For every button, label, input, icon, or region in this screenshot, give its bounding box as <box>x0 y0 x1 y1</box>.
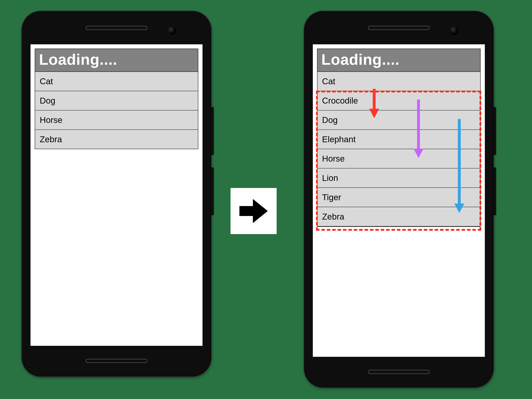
app-list-before: Loading.... Cat Dog Horse Zebra <box>35 49 198 149</box>
list-item[interactable]: Cat <box>317 72 480 91</box>
phone-speaker <box>86 359 147 363</box>
phone-side-button <box>493 167 496 215</box>
phone-speaker <box>368 370 430 374</box>
list-item[interactable]: Dog <box>317 110 480 130</box>
transition-arrow-box <box>231 188 277 234</box>
phone-after: Loading.... Cat Crocodile Dog Elephant H… <box>304 11 494 388</box>
app-list-after: Loading.... Cat Crocodile Dog Elephant H… <box>317 49 481 227</box>
phone-side-button <box>493 107 496 155</box>
phone-speaker <box>368 26 430 30</box>
phone-screen: Loading.... Cat Dog Horse Zebra <box>31 44 203 346</box>
phone-speaker <box>86 26 147 30</box>
phone-before: Loading.... Cat Dog Horse Zebra <box>21 11 212 377</box>
phone-camera <box>168 27 176 35</box>
list-item[interactable]: Horse <box>317 149 480 168</box>
app-header: Loading.... <box>35 49 198 72</box>
list-item[interactable]: Horse <box>35 110 198 130</box>
phone-camera <box>450 27 458 35</box>
phone-side-button <box>211 107 214 155</box>
arrow-right-icon <box>236 193 271 229</box>
list-item[interactable]: Tiger <box>317 188 480 207</box>
list-item[interactable]: Dog <box>35 91 198 110</box>
list-item[interactable]: Cat <box>35 72 198 91</box>
app-header: Loading.... <box>317 49 480 72</box>
phone-side-button <box>211 167 214 215</box>
list-item[interactable]: Zebra <box>317 207 480 227</box>
list-item[interactable]: Crocodile <box>317 91 480 110</box>
list-item[interactable]: Lion <box>317 168 480 188</box>
list-item[interactable]: Zebra <box>35 130 198 149</box>
list-item[interactable]: Elephant <box>317 130 480 149</box>
phone-screen: Loading.... Cat Crocodile Dog Elephant H… <box>313 44 485 357</box>
